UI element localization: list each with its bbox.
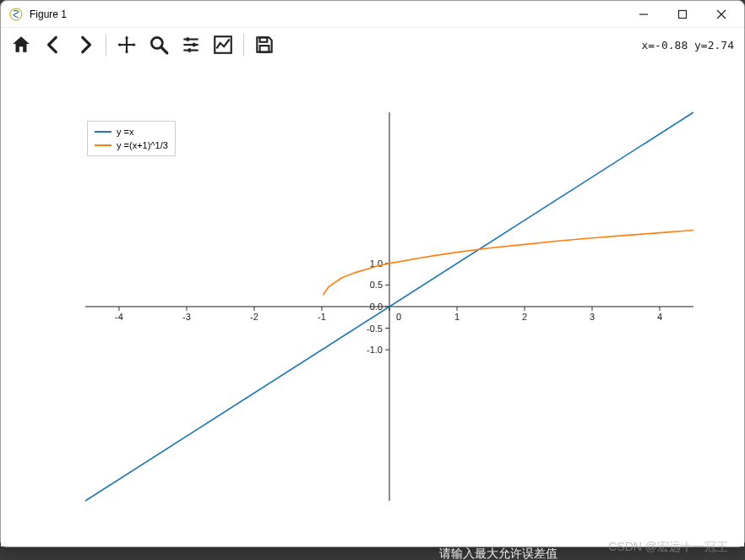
back-button[interactable] bbox=[38, 30, 68, 59]
svg-rect-14 bbox=[260, 37, 268, 41]
bottom-caption: 请输入最大允许误差值 bbox=[439, 546, 557, 560]
toolbar-separator bbox=[243, 34, 244, 56]
svg-text:1: 1 bbox=[454, 312, 460, 322]
legend-label: y =(x+1)^1/3 bbox=[117, 140, 168, 150]
maximize-button[interactable] bbox=[663, 2, 702, 27]
legend-swatch bbox=[95, 131, 111, 133]
cursor-coordinates: x=-0.88 y=2.74 bbox=[641, 39, 739, 52]
svg-text:0.5: 0.5 bbox=[370, 280, 383, 290]
svg-text:0: 0 bbox=[396, 312, 401, 322]
plot-area[interactable]: -4-3-2-101234-1.0-0.50.00.51.0 y =x y =(… bbox=[1, 62, 744, 546]
forward-button[interactable] bbox=[70, 30, 101, 59]
toolbar-separator bbox=[106, 34, 106, 56]
home-button[interactable] bbox=[6, 30, 36, 59]
save-button[interactable] bbox=[249, 30, 280, 59]
svg-text:4: 4 bbox=[657, 312, 662, 322]
python-icon bbox=[9, 8, 23, 21]
svg-line-6 bbox=[161, 47, 167, 53]
window-controls bbox=[624, 2, 741, 27]
svg-text:-1.0: -1.0 bbox=[367, 345, 383, 355]
svg-text:3: 3 bbox=[590, 312, 595, 322]
svg-rect-2 bbox=[679, 10, 687, 18]
titlebar: Figure 1 bbox=[1, 1, 744, 28]
svg-rect-11 bbox=[193, 43, 195, 46]
close-button[interactable] bbox=[702, 2, 741, 27]
svg-rect-12 bbox=[188, 48, 191, 52]
configure-subplots-button[interactable] bbox=[176, 30, 206, 59]
svg-text:0.0: 0.0 bbox=[370, 302, 383, 312]
svg-text:-3: -3 bbox=[182, 312, 191, 322]
minimize-button[interactable] bbox=[624, 2, 663, 27]
svg-rect-10 bbox=[187, 37, 189, 41]
legend-item: y =(x+1)^1/3 bbox=[95, 139, 168, 152]
svg-rect-15 bbox=[260, 46, 269, 52]
window-title: Figure 1 bbox=[30, 8, 624, 20]
edit-axis-button[interactable] bbox=[208, 30, 238, 59]
svg-text:-1: -1 bbox=[318, 312, 326, 322]
svg-text:-2: -2 bbox=[250, 312, 258, 322]
pan-button[interactable] bbox=[111, 30, 142, 59]
legend-swatch bbox=[95, 144, 111, 146]
legend-item: y =x bbox=[95, 125, 168, 139]
svg-text:-4: -4 bbox=[115, 312, 123, 322]
svg-text:-0.5: -0.5 bbox=[367, 323, 383, 334]
zoom-button[interactable] bbox=[144, 30, 174, 59]
legend: y =x y =(x+1)^1/3 bbox=[87, 121, 176, 156]
legend-label: y =x bbox=[117, 127, 133, 137]
svg-text:2: 2 bbox=[522, 312, 527, 322]
figure-window: Figure 1 bbox=[0, 0, 745, 547]
toolbar: x=-0.88 y=2.74 bbox=[1, 28, 744, 62]
